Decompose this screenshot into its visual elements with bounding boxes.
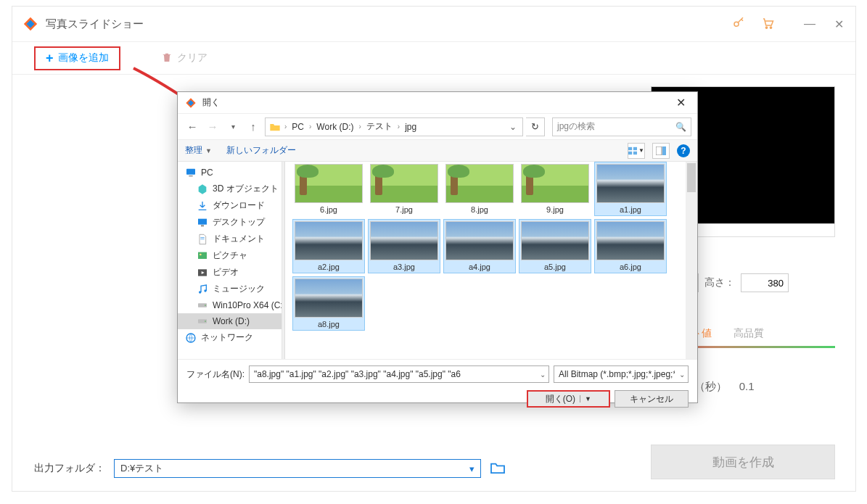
close-button[interactable]: ✕: [832, 17, 845, 30]
nav-up-button[interactable]: ↑: [245, 118, 262, 136]
svg-rect-13: [200, 237, 204, 238]
dialog-close-button[interactable]: ✕: [672, 96, 690, 110]
filename-input[interactable]: "a8.jpg" "a1.jpg" "a2.jpg" "a3.jpg" "a4.…: [249, 365, 549, 383]
filetype-select[interactable]: All Bitmap (*.bmp;*.jpg;*.jpeg;* ⌄: [554, 365, 689, 383]
file-name-label: a6.jpg: [620, 263, 641, 271]
cancel-button[interactable]: キャンセル: [615, 390, 689, 408]
search-input[interactable]: jpgの検索 🔍: [552, 117, 691, 136]
add-image-button[interactable]: + 画像を追加: [34, 46, 120, 70]
tree-item[interactable]: ドキュメント: [178, 231, 282, 247]
tree-item[interactable]: Win10Pro X64 (C:): [178, 297, 282, 313]
minimize-button[interactable]: —: [803, 17, 816, 30]
thumbnail: [295, 278, 363, 318]
desktop-icon: [197, 217, 208, 228]
file-name-label: 7.jpg: [395, 205, 413, 214]
main-toolbar: + 画像を追加 クリア: [12, 41, 855, 75]
breadcrumb-item[interactable]: テスト: [364, 120, 395, 133]
doc-icon: [197, 234, 208, 245]
thumbnail: [370, 164, 438, 203]
tree-item[interactable]: Work (D:): [178, 313, 282, 329]
tree-item[interactable]: ビデオ: [178, 264, 282, 281]
file-name-label: a5.jpg: [544, 263, 566, 271]
key-icon[interactable]: [732, 16, 745, 33]
browse-folder-button[interactable]: [490, 461, 506, 476]
open-split-icon: ▼: [580, 395, 591, 402]
nav-recent-button[interactable]: ▾: [224, 118, 242, 136]
clear-button[interactable]: クリア: [161, 51, 207, 65]
breadcrumb-item[interactable]: PC: [289, 122, 306, 132]
file-tile[interactable]: a3.jpg: [368, 219, 440, 273]
svg-rect-12: [201, 225, 204, 226]
file-tile[interactable]: 8.jpg: [443, 162, 516, 216]
pic-icon: [197, 250, 208, 262]
trash-icon: [161, 51, 173, 65]
svg-rect-8: [662, 146, 666, 155]
preview-pane-button[interactable]: [652, 143, 670, 159]
tree-item-label: ピクチャ: [213, 249, 247, 262]
file-tile[interactable]: a1.jpg: [594, 162, 667, 216]
output-folder-select[interactable]: D:¥テスト ▾: [114, 459, 481, 478]
download-icon: [197, 200, 208, 212]
svg-rect-9: [186, 169, 195, 175]
quality-high-label[interactable]: 高品質: [734, 327, 764, 340]
svg-rect-4: [633, 146, 637, 149]
help-button[interactable]: ?: [677, 144, 690, 157]
file-tile[interactable]: 6.jpg: [292, 162, 365, 216]
create-video-button[interactable]: 動画を作成: [651, 445, 835, 479]
breadcrumb-item[interactable]: jpg: [403, 122, 419, 132]
chevron-down-icon: ⌄: [540, 371, 546, 379]
file-tile[interactable]: a6.jpg: [594, 219, 667, 273]
scrollbar[interactable]: [686, 162, 697, 359]
plus-icon: +: [46, 51, 54, 66]
file-name-label: 8.jpg: [471, 205, 488, 214]
tree-item[interactable]: ピクチャ: [178, 247, 282, 264]
chevron-down-icon: ⌄: [679, 371, 685, 379]
thumbnail: [370, 221, 438, 260]
breadcrumb-item[interactable]: Work (D:): [314, 122, 356, 132]
file-tile[interactable]: a8.jpg: [292, 276, 365, 331]
tree-item[interactable]: ネットワーク: [178, 329, 282, 346]
tree-item-label: ドキュメント: [213, 233, 265, 245]
tree-item-label: ダウンロード: [213, 199, 265, 212]
open-button[interactable]: 開く(O) ▼: [527, 390, 610, 408]
svg-rect-6: [633, 151, 637, 154]
tree-item[interactable]: ミュージック: [178, 281, 282, 297]
tree-item[interactable]: 3D オブジェクト: [178, 181, 282, 197]
height-input[interactable]: [741, 273, 789, 292]
file-grid[interactable]: 6.jpg7.jpg8.jpg9.jpga1.jpga2.jpga3.jpga4…: [285, 162, 697, 335]
file-open-dialog: 開く ✕ ← → ▾ ↑ › PC › Work (D:) › テスト › jp…: [177, 91, 698, 403]
svg-point-0: [734, 22, 739, 26]
file-name-label: 6.jpg: [320, 205, 337, 214]
refresh-button[interactable]: ↻: [526, 117, 545, 136]
organize-menu[interactable]: 整理▼: [185, 144, 212, 157]
svg-point-18: [199, 291, 201, 293]
file-tile[interactable]: 9.jpg: [519, 162, 591, 216]
thumbnail: [596, 221, 665, 260]
svg-rect-11: [198, 218, 207, 224]
file-name-label: a3.jpg: [393, 263, 415, 271]
tree-item[interactable]: デスクトップ: [178, 214, 282, 231]
svg-point-16: [200, 253, 202, 255]
tree-item[interactable]: PC: [178, 165, 282, 181]
file-tile[interactable]: a2.jpg: [292, 219, 365, 273]
file-tile[interactable]: 7.jpg: [368, 162, 440, 216]
tree-item-label: Work (D:): [213, 316, 250, 326]
app-icon: [22, 16, 38, 32]
cart-icon[interactable]: [761, 17, 774, 32]
svg-point-2: [770, 26, 771, 28]
nav-forward-button[interactable]: →: [204, 118, 221, 136]
tree-item-label: ネットワーク: [201, 331, 253, 344]
dialog-app-icon: [185, 97, 197, 109]
view-mode-button[interactable]: ▼: [628, 143, 645, 159]
folder-tree[interactable]: PC3D オブジェクトダウンロードデスクトップドキュメントピクチャビデオミュージ…: [178, 162, 282, 359]
titlebar: 写真スライドショー — ✕: [12, 7, 855, 41]
breadcrumb-dropdown[interactable]: ⌄: [506, 122, 519, 132]
file-tile[interactable]: a5.jpg: [519, 219, 591, 273]
file-tile[interactable]: a4.jpg: [443, 219, 516, 273]
breadcrumb[interactable]: › PC › Work (D:) › テスト › jpg ⌄: [265, 117, 523, 136]
folder-icon: [268, 120, 282, 133]
tree-item[interactable]: ダウンロード: [178, 197, 282, 214]
thumbnail: [445, 221, 514, 260]
new-folder-button[interactable]: 新しいフォルダー: [226, 144, 296, 157]
nav-back-button[interactable]: ←: [184, 118, 201, 136]
